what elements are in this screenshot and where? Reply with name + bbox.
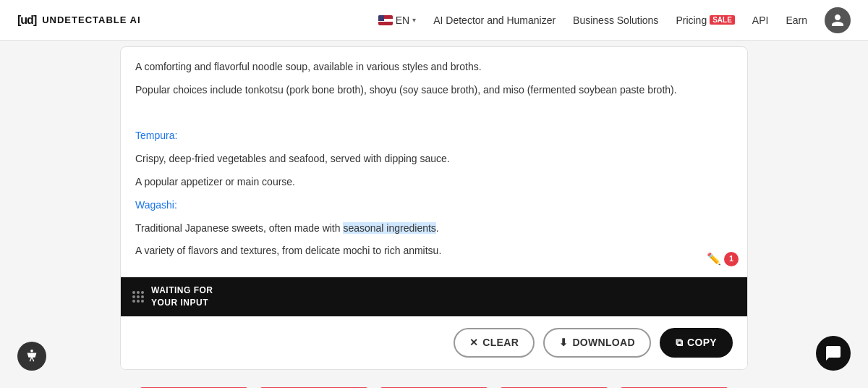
editor-para-blank: [135, 105, 733, 122]
editor-para-wagashi-2: A variety of flavors and textures, from …: [135, 242, 733, 260]
editor-para-wagashi-1: Traditional Japanese sweets, often made …: [135, 220, 733, 237]
accessibility-button[interactable]: [17, 342, 46, 371]
user-avatar[interactable]: [825, 7, 851, 33]
nav-api[interactable]: API: [752, 14, 769, 26]
edit-badge-count: 1: [724, 252, 739, 266]
clear-button[interactable]: ✕ CLEAR: [454, 328, 535, 358]
download-label: DOWNLOAD: [572, 337, 634, 348]
main-container: A comforting and flavorful noodle soup, …: [109, 46, 760, 388]
status-bar: WAITING FOR YOUR INPUT: [121, 277, 747, 316]
dots-icon: [132, 291, 144, 303]
svg-point-0: [30, 350, 33, 353]
status-line-2: YOUR INPUT: [151, 298, 208, 308]
nav-pricing-area: Pricing SALE: [676, 14, 734, 26]
download-icon: ⬇: [559, 337, 568, 348]
nav-business[interactable]: Business Solutions: [573, 14, 658, 26]
nav-earn[interactable]: Earn: [786, 14, 807, 26]
chevron-down-icon: ▾: [412, 16, 416, 24]
header: [ud] UNDETECTABLE AI EN ▾ AI Detector an…: [0, 0, 868, 41]
language-selector[interactable]: EN ▾: [378, 14, 416, 26]
editor-para-tempura-heading: Tempura:: [135, 127, 733, 145]
editor-para-1: A comforting and flavorful noodle soup, …: [135, 59, 733, 76]
copy-icon: ⧉: [676, 337, 683, 349]
editor-para-wagashi-heading: Wagashi:: [135, 197, 733, 214]
flag-icon: [378, 15, 393, 25]
sale-badge: SALE: [710, 15, 735, 25]
edit-pencil-icon[interactable]: ✏️: [707, 249, 721, 269]
copy-button[interactable]: ⧉ COPY: [660, 328, 733, 358]
logo-area: [ud] UNDETECTABLE AI: [17, 14, 141, 27]
chat-bubble-button[interactable]: [816, 336, 851, 371]
highlight-seasonal: seasonal ingredients: [343, 222, 435, 234]
editor-para-tempura-2: A popular appetizer or main course.: [135, 174, 733, 191]
download-button[interactable]: ⬇ DOWNLOAD: [543, 328, 651, 358]
stats-row: WORDS 485 CHARACTERS 3403 SENTENCES 35 P…: [120, 370, 748, 388]
nav-pricing[interactable]: Pricing: [676, 14, 707, 26]
editor-wrapper: A comforting and flavorful noodle soup, …: [120, 46, 748, 370]
lang-label: EN: [396, 14, 409, 26]
wagashi-label: Wagashi:: [135, 199, 177, 211]
copy-label: COPY: [687, 337, 717, 348]
status-line-1: WAITING FOR: [151, 285, 213, 295]
editor-para-tempura-1: Crispy, deep-fried vegetables and seafoo…: [135, 151, 733, 168]
status-text: WAITING FOR YOUR INPUT: [151, 284, 213, 309]
edit-badge-area: ✏️ 1: [707, 249, 739, 269]
editor-para-2: Popular choices include tonkotsu (pork b…: [135, 82, 733, 99]
tempura-label: Tempura:: [135, 130, 177, 141]
logo-text[interactable]: UNDETECTABLE AI: [42, 14, 140, 25]
nav-ai-detector[interactable]: AI Detector and Humanizer: [433, 14, 556, 26]
clear-label: CLEAR: [482, 337, 519, 348]
logo-bracket[interactable]: [ud]: [17, 14, 36, 27]
clear-x-icon: ✕: [469, 337, 478, 348]
header-nav: EN ▾ AI Detector and Humanizer Business …: [378, 7, 851, 33]
action-buttons: ✕ CLEAR ⬇ DOWNLOAD ⧉ COPY: [121, 316, 747, 369]
editor-content[interactable]: A comforting and flavorful noodle soup, …: [121, 47, 747, 277]
